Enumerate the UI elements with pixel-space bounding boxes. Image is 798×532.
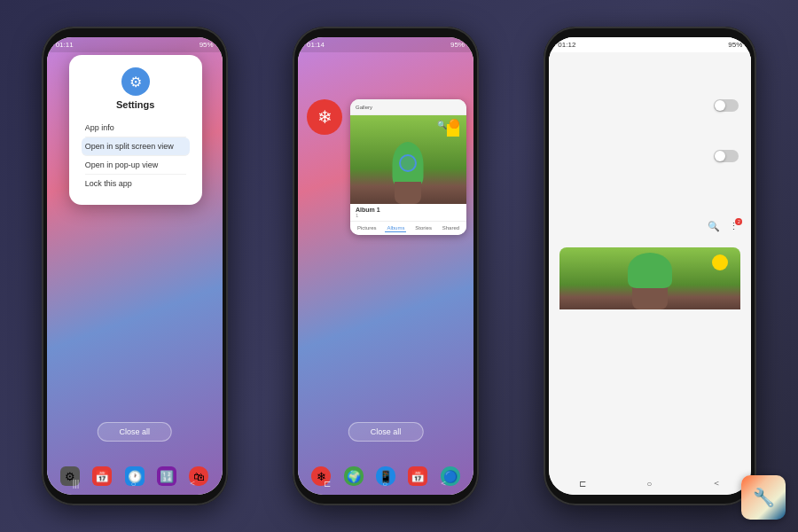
recently-sent-search-icon[interactable]: 🔍 xyxy=(707,220,721,234)
snowflake-icon: ❄ xyxy=(307,99,342,135)
phone3-time: 01:12 xyxy=(558,41,575,49)
tab-albums[interactable]: Albums xyxy=(385,224,406,232)
phone1-status-bar: 01:11 95% xyxy=(47,37,223,52)
album-image xyxy=(559,247,740,309)
card-search-icon: 🔍 xyxy=(437,121,447,129)
phone3-gesture-nav: ⊏ ○ ＜ xyxy=(549,473,751,493)
phone3-gesture-back: ＜ xyxy=(712,477,721,489)
tab-stories[interactable]: Stories xyxy=(413,224,434,232)
phone-2: 01:14 95% Finder search ✕ 🔍 👤 ❄ xyxy=(293,27,479,505)
phone-3-screen: 01:12 95% ‹ Notifications App icon badge… xyxy=(549,37,751,495)
album-plant xyxy=(628,253,672,288)
menu-item-popup-view[interactable]: Open in pop-up view xyxy=(85,156,186,175)
scene: 01:11 95% Finder search ⋮ ⚙ Settings App… xyxy=(0,0,798,532)
settings-gear-icon: ⚙ xyxy=(121,67,150,96)
phone-1-screen: 01:11 95% Finder search ⋮ ⚙ Settings App… xyxy=(47,37,223,495)
phone-1: 01:11 95% Finder search ⋮ ⚙ Settings App… xyxy=(42,27,228,505)
phone2-album-card[interactable]: Gallery 🔍 🟠 xyxy=(350,99,466,235)
menu-item-app-info[interactable]: App info xyxy=(85,119,186,137)
phone1-settings-popup: ⚙ Settings App info Open in split screen… xyxy=(69,55,202,205)
phone3-status-bar: 01:12 95% xyxy=(549,37,751,52)
phone2-battery: 95% xyxy=(450,41,465,49)
album-lemon xyxy=(712,254,728,270)
phone2-time: 01:14 xyxy=(307,41,325,49)
phone2-close-all-btn[interactable]: Close all xyxy=(348,422,424,442)
phone2-gesture-home: ○ xyxy=(382,479,387,489)
phone-3: 01:12 95% ‹ Notifications App icon badge… xyxy=(544,27,756,505)
do-not-disturb-toggle[interactable] xyxy=(714,150,739,162)
dnd-toggle-knob xyxy=(715,151,725,161)
phone1-gesture-nav: ||| ○ ＜ xyxy=(47,473,223,493)
phone1-time: 01:11 xyxy=(56,41,74,49)
phone1-gesture-menu: ||| xyxy=(73,479,80,489)
phone3-gesture-menu: ⊏ xyxy=(579,479,586,489)
settings-popup-header: ⚙ Settings xyxy=(85,67,186,110)
album-card-header: Gallery xyxy=(350,99,466,115)
phone3-gesture-home: ○ xyxy=(646,479,652,489)
menu-item-split-screen[interactable]: Open in split screen view xyxy=(82,137,190,156)
phone1-gesture-home: ○ xyxy=(131,479,137,489)
album-title: Album 1 xyxy=(356,207,461,213)
album-card-header-text: Gallery xyxy=(356,105,372,110)
phone1-gesture-back: ＜ xyxy=(188,477,197,489)
phone1-close-all-btn[interactable]: Close all xyxy=(97,422,172,442)
card-orange-icon: 🟠 xyxy=(449,119,459,129)
album-card-content: 🔍 🟠 xyxy=(350,115,466,204)
album-card-footer: Album 1 1 xyxy=(350,204,466,221)
phone3-battery: 95% xyxy=(728,41,742,49)
select-indicator xyxy=(399,154,417,172)
watermark-icon: 🔧 xyxy=(753,487,775,508)
settings-popup-title: Settings xyxy=(116,99,154,110)
phone-2-screen: 01:14 95% Finder search ✕ 🔍 👤 ❄ xyxy=(298,37,473,495)
phone2-gesture-nav: ⊏ ○ ＜ xyxy=(298,473,473,493)
album-count: 1 xyxy=(356,213,461,218)
recently-sent-menu-icon[interactable]: ⋮ 2 xyxy=(726,220,740,234)
watermark-badge: 🔧 xyxy=(741,475,786,520)
tab-shared[interactable]: Shared xyxy=(441,224,461,232)
tab-pictures[interactable]: Pictures xyxy=(356,224,379,232)
notification-badge: 2 xyxy=(735,218,742,225)
phone2-gesture-menu: ⊏ xyxy=(324,479,331,489)
app-icon-badges-toggle[interactable] xyxy=(714,99,739,112)
phone1-battery: 95% xyxy=(200,41,214,49)
phone2-snowflake-app[interactable]: ❄ xyxy=(305,99,345,135)
phone2-recent-apps: ❄ Gallery xyxy=(305,99,466,235)
album-card-tabs: Pictures Albums Stories Shared xyxy=(350,221,466,235)
plant-pot xyxy=(395,182,421,204)
album-pot xyxy=(632,285,668,309)
phone2-status-bar: 01:14 95% xyxy=(298,37,473,52)
toggle-knob xyxy=(715,100,725,111)
menu-item-lock[interactable]: Lock this app xyxy=(85,175,186,192)
phone2-gesture-back: ＜ xyxy=(439,477,448,489)
